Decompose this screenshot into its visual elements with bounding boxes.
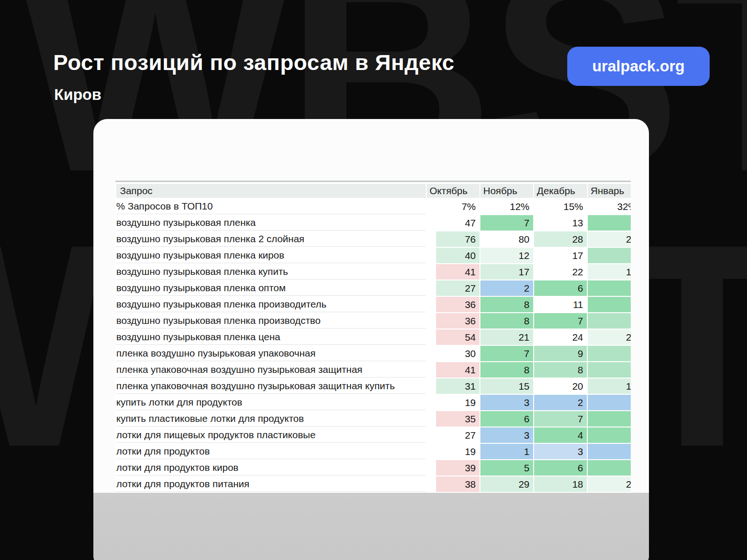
value-cell: 29 [480,476,533,492]
value-cell: 7 [534,411,587,427]
table-row: лотки для продуктов киров39566 [116,460,631,476]
value-cell: 31 [427,378,479,394]
value-cell: 7 [480,346,533,361]
value-cell: 41 [427,362,479,378]
value-cell: 5 [480,460,533,476]
value-cell: 9 [588,248,631,263]
value-cell: 76 [427,231,479,247]
value-cell: 3 [588,444,631,459]
query-cell: воздушно пузырьковая пленка киров [116,248,426,263]
column-header: Запрос [116,184,426,198]
table-row: пленка упаковочная воздушно пузырьковая … [116,362,631,378]
table-row: воздушно пузырьковая пленка производство… [116,313,631,329]
value-cell: 18 [534,476,587,492]
table-row: воздушно пузырьковая пленка киров4012179 [116,248,631,263]
value-cell: 15% [534,199,587,214]
query-cell: воздушно пузырьковая пленка оптом [116,280,426,296]
value-cell: 17 [480,264,533,280]
query-cell: лотки для продуктов [116,444,426,459]
table-row: воздушно пузырьковая пленка 2 слойная768… [116,231,631,247]
table-header-row: ЗапросОктябрьНоябрьДекабрьЯнварь [116,184,631,198]
value-cell: 6 [534,460,587,476]
column-header: Январь [588,184,631,198]
value-cell: 7% [427,199,479,214]
value-cell: 4 [588,411,631,427]
query-cell: лотки для продуктов киров [116,460,426,476]
query-cell: воздушно пузырьковая пленка производител… [116,297,426,312]
table-row: купить пластиковые лотки для продуктов35… [116,411,631,427]
value-cell: 7 [588,215,631,231]
column-header: Ноябрь [480,184,533,198]
value-cell: 21 [480,329,533,345]
value-cell: 19 [427,444,479,459]
value-cell: 15 [480,378,533,394]
value-cell: 2 [534,395,587,410]
table-row: воздушно пузырьковая пленка цена54212421 [116,329,631,345]
value-cell: 12% [480,199,533,214]
value-cell: 4 [534,427,587,443]
sheet-top-border [115,181,631,182]
positions-table-container: ЗапросОктябрьНоябрьДекабрьЯнварь % Запро… [115,183,631,493]
query-cell: купить лотки для продуктов [116,395,426,410]
value-cell: 28 [534,231,587,247]
table-card: ЗапросОктябрьНоябрьДекабрьЯнварь % Запро… [93,119,649,560]
query-cell: воздушно пузырьковая пленка 2 слойная [116,231,426,247]
query-cell: купить пластиковые лотки для продуктов [116,411,426,427]
table-row: воздушно пузырьковая пленка производител… [116,297,631,312]
query-cell: воздушно пузырьковая пленка купить [116,264,426,280]
value-cell: 8 [588,346,631,361]
table-row: % Запросов в ТОП107%12%15%32% [116,199,631,214]
table-body: % Запросов в ТОП107%12%15%32%воздушно пу… [116,199,631,493]
value-cell: 47 [427,215,479,231]
value-cell: 7 [588,362,631,378]
table-row: купить лотки для продуктов19322 [116,395,631,410]
site-badge[interactable]: uralpack.org [567,47,710,86]
table-row: воздушно пузырьковая пленка477137 [116,215,631,231]
value-cell: 21 [588,329,631,345]
value-cell: 39 [427,460,479,476]
value-cell: 32% [588,199,631,214]
page-title: Рост позиций по запросам в Яндекс [53,49,455,75]
value-cell: 1 [480,444,533,459]
value-cell: 8 [534,362,587,378]
table-row: воздушно пузырьковая пленка оптом27266 [116,280,631,296]
value-cell: 7 [480,215,533,231]
value-cell: 80 [480,231,533,247]
value-cell: 13 [534,215,587,231]
query-cell: пленка упаковочная воздушно пузырьковая … [116,362,426,378]
positions-table: ЗапросОктябрьНоябрьДекабрьЯнварь % Запро… [115,183,631,493]
value-cell: 8 [480,313,533,329]
value-cell: 20 [534,378,587,394]
table-row: лотки для пищевых продуктов пластиковые2… [116,427,631,443]
value-cell: 3 [480,427,533,443]
value-cell: 12 [588,378,631,394]
value-cell: 2 [480,280,533,296]
column-header: Октябрь [427,184,479,198]
query-cell: пленка воздушно пузырьковая упаковочная [116,346,426,361]
query-cell: % Запросов в ТОП10 [116,199,426,214]
card-footer-area [93,493,649,560]
value-cell: 9 [588,313,631,329]
query-cell: воздушно пузырьковая пленка [116,215,426,231]
value-cell: 3 [480,395,533,410]
value-cell: 38 [427,476,479,492]
value-cell: 6 [480,411,533,427]
value-cell: 35 [427,411,479,427]
value-cell: 2 [588,395,631,410]
value-cell: 8 [588,297,631,312]
value-cell: 19 [427,395,479,410]
value-cell: 7 [534,313,587,329]
column-header: Декабрь [534,184,587,198]
value-cell: 27 [427,280,479,296]
table-row: пленка воздушно пузырьковая упаковочная3… [116,346,631,361]
value-cell: 6 [588,460,631,476]
value-cell: 11 [534,297,587,312]
value-cell: 3 [534,444,587,459]
value-cell: 15 [588,264,631,280]
value-cell: 22 [534,264,587,280]
query-cell: воздушно пузырьковая пленка производство [116,313,426,329]
table-row: лотки для продуктов19133 [116,444,631,459]
value-cell: 21 [588,476,631,492]
table-row: воздушно пузырьковая пленка купить411722… [116,264,631,280]
value-cell: 12 [480,248,533,263]
